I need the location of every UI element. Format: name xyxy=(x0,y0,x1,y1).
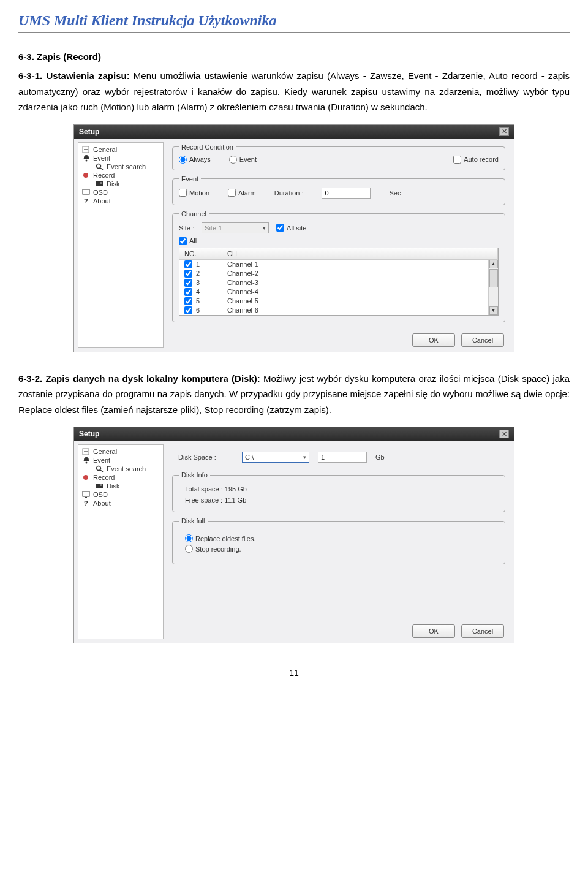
svg-rect-21 xyxy=(83,491,89,496)
cell-no: 5 xyxy=(196,297,200,305)
label: Alarm xyxy=(238,189,256,197)
monitor-icon xyxy=(82,189,91,196)
sidebar-item-osd[interactable]: OSD xyxy=(80,188,162,197)
cell-ch: Channel-2 xyxy=(222,270,498,277)
th-ch: CH xyxy=(222,248,498,259)
input-size[interactable] xyxy=(318,452,367,463)
svg-rect-8 xyxy=(100,182,102,184)
sidebar-item-event[interactable]: Event xyxy=(80,154,162,162)
row-check[interactable] xyxy=(184,306,192,314)
table-row[interactable]: 6Channel-6 xyxy=(179,306,498,315)
svg-rect-10 xyxy=(85,195,87,195)
cell-ch: Channel-4 xyxy=(222,288,498,295)
check-all-site[interactable]: All site xyxy=(276,224,306,232)
select-site[interactable]: Site-1 ▾ xyxy=(202,222,269,233)
row-check[interactable] xyxy=(184,260,192,268)
svg-rect-20 xyxy=(100,484,102,486)
channel-table: NO. CH 1Channel-1 2Channel-2 3Channel-3 … xyxy=(179,248,499,316)
select-value: C:\ xyxy=(245,453,254,461)
bell-icon xyxy=(82,457,91,464)
label: Record xyxy=(93,172,115,179)
fieldset-disk-full: Disk full Replace oldest files. Stop rec… xyxy=(172,517,505,564)
scroll-down-icon[interactable]: ▼ xyxy=(489,306,498,315)
row-check[interactable] xyxy=(184,279,192,287)
search-icon xyxy=(96,465,104,472)
monitor-icon xyxy=(82,491,91,498)
label-disk-space: Disk Space : xyxy=(178,453,233,461)
label: General xyxy=(93,448,117,455)
label: Disk xyxy=(107,482,119,490)
radio-always[interactable]: Always xyxy=(179,156,211,164)
search-icon xyxy=(96,163,104,170)
scroll-thumb[interactable] xyxy=(489,269,498,287)
page-number: 11 xyxy=(18,668,570,678)
label: Event search xyxy=(107,163,146,170)
sidebar-item-disk[interactable]: Disk xyxy=(93,180,162,188)
svg-line-5 xyxy=(100,168,103,170)
label: Auto record xyxy=(464,156,499,163)
paragraph-6-3-2: 6-3-2. Zapis danych na dysk lokalny komp… xyxy=(18,371,570,418)
close-icon[interactable]: ✕ xyxy=(499,430,509,438)
input-duration[interactable] xyxy=(322,188,371,199)
table-row[interactable]: 1Channel-1 xyxy=(179,260,498,269)
check-auto-record[interactable]: Auto record xyxy=(453,156,499,164)
setup-window-disk: Setup ✕ General Event Event search Recor… xyxy=(74,427,514,643)
sidebar-item-event-search[interactable]: Event search xyxy=(93,162,162,171)
titlebar: Setup ✕ xyxy=(74,427,514,441)
sidebar-item-record[interactable]: Record xyxy=(80,171,162,180)
radio-replace[interactable]: Replace oldest files. xyxy=(185,534,492,542)
cell-no: 1 xyxy=(196,260,200,268)
setup-window-record: Setup ✕ General Event Event search Recor… xyxy=(74,124,514,352)
legend: Record Condition xyxy=(179,143,236,151)
svg-text:?: ? xyxy=(84,499,88,507)
sidebar-item-event[interactable]: Event xyxy=(80,456,162,465)
label: Stop recording. xyxy=(195,545,241,553)
table-row[interactable]: 5Channel-5 xyxy=(179,297,498,306)
table-row[interactable]: 2Channel-2 xyxy=(179,269,498,278)
svg-rect-2 xyxy=(84,149,88,150)
close-icon[interactable]: ✕ xyxy=(499,127,509,136)
sidebar-item-about[interactable]: ? About xyxy=(80,499,162,507)
label-gb: Gb xyxy=(375,453,385,461)
label-site: Site : xyxy=(179,224,194,232)
sidebar: General Event Event search Record Disk O… xyxy=(78,444,164,639)
check-motion[interactable]: Motion xyxy=(179,189,209,197)
select-drive[interactable]: C:\ ▾ xyxy=(242,452,309,463)
svg-rect-13 xyxy=(84,450,88,450)
sidebar-item-record[interactable]: Record xyxy=(80,473,162,482)
doc-icon xyxy=(82,146,91,153)
row-check[interactable] xyxy=(184,270,192,278)
chevron-down-icon: ▾ xyxy=(263,225,266,231)
scrollbar[interactable]: ▲ ▼ xyxy=(488,260,498,315)
sidebar-item-disk[interactable]: Disk xyxy=(93,482,162,490)
bell-icon xyxy=(82,154,91,162)
sidebar-item-general[interactable]: General xyxy=(80,145,162,154)
cancel-button[interactable]: Cancel xyxy=(461,624,504,638)
para-lead: 6-3-1. Ustawienia zapisu: xyxy=(18,70,130,81)
scroll-up-icon[interactable]: ▲ xyxy=(489,260,498,268)
row-check[interactable] xyxy=(184,297,192,305)
ok-button[interactable]: OK xyxy=(412,333,455,347)
sidebar-item-about[interactable]: ? About xyxy=(80,197,162,205)
radio-stop[interactable]: Stop recording. xyxy=(185,545,492,553)
label: Replace oldest files. xyxy=(195,535,255,542)
legend: Channel xyxy=(179,210,209,218)
cancel-button[interactable]: Cancel xyxy=(461,333,504,347)
label: Always xyxy=(189,156,211,163)
label: Record xyxy=(93,474,115,481)
table-row[interactable]: 4Channel-4 xyxy=(179,287,498,297)
sidebar-item-general[interactable]: General xyxy=(80,447,162,456)
check-alarm[interactable]: Alarm xyxy=(228,189,256,197)
label: About xyxy=(93,499,111,507)
label: All xyxy=(189,237,197,245)
ok-button[interactable]: OK xyxy=(412,624,455,638)
content-record: Record Condition Always Event Auto recor… xyxy=(166,139,514,352)
check-all[interactable]: All xyxy=(179,237,197,245)
sidebar-item-event-search[interactable]: Event search xyxy=(93,465,162,473)
sidebar-item-osd[interactable]: OSD xyxy=(80,490,162,499)
row-check[interactable] xyxy=(184,288,192,296)
radio-event[interactable]: Event xyxy=(229,156,257,164)
label: All site xyxy=(287,224,306,232)
cell-ch: Channel-6 xyxy=(222,306,498,314)
table-row[interactable]: 3Channel-3 xyxy=(179,278,498,287)
